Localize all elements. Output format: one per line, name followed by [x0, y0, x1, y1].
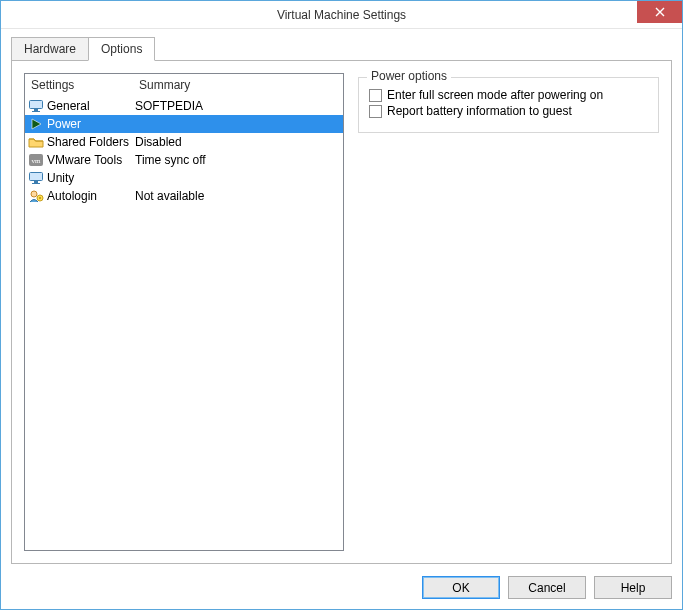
list-header: Settings Summary: [25, 74, 343, 97]
checkbox-label: Report battery information to guest: [387, 104, 572, 118]
settings-list: Settings Summary GeneralSOFTPEDIAPowerSh…: [24, 73, 344, 551]
autologin-icon: [27, 189, 45, 203]
list-row[interactable]: AutologinNot available: [25, 187, 343, 205]
button-label: Help: [621, 581, 646, 595]
row-name: Unity: [45, 171, 135, 185]
list-body: GeneralSOFTPEDIAPowerShared FoldersDisab…: [25, 97, 343, 550]
button-label: Cancel: [528, 581, 565, 595]
help-button[interactable]: Help: [594, 576, 672, 599]
monitor-icon: [27, 99, 45, 113]
svg-rect-0: [30, 101, 43, 109]
monitor-icon: [27, 171, 45, 185]
settings-window: Virtual Machine Settings Hardware Option…: [0, 0, 683, 610]
svg-text:vm: vm: [32, 157, 42, 165]
svg-rect-7: [34, 181, 38, 183]
tab-label: Hardware: [24, 42, 76, 56]
svg-point-9: [31, 191, 37, 197]
vmw-icon: vm: [27, 153, 45, 167]
checkbox-battery[interactable]: Report battery information to guest: [369, 104, 648, 118]
tabstrip: Hardware Options: [11, 37, 672, 61]
cancel-button[interactable]: Cancel: [508, 576, 586, 599]
row-summary: Time sync off: [135, 153, 343, 167]
close-button[interactable]: [637, 1, 682, 23]
window-title: Virtual Machine Settings: [277, 8, 406, 22]
button-label: OK: [452, 581, 469, 595]
row-summary: SOFTPEDIA: [135, 99, 343, 113]
row-name: Autologin: [45, 189, 135, 203]
ok-button[interactable]: OK: [422, 576, 500, 599]
folder-icon: [27, 135, 45, 149]
list-row[interactable]: Shared FoldersDisabled: [25, 133, 343, 151]
group-title: Power options: [367, 69, 451, 83]
row-summary: Disabled: [135, 135, 343, 149]
svg-marker-3: [32, 119, 41, 129]
power-options-group: Power options Enter full screen mode aft…: [358, 77, 659, 133]
header-settings: Settings: [31, 78, 139, 92]
row-summary: Not available: [135, 189, 343, 203]
list-row[interactable]: Power: [25, 115, 343, 133]
checkbox-box-icon: [369, 105, 382, 118]
button-row: OK Cancel Help: [1, 568, 682, 609]
row-name: Power: [45, 117, 135, 131]
svg-rect-11: [39, 197, 41, 199]
svg-rect-2: [32, 111, 40, 112]
svg-rect-1: [34, 109, 38, 111]
list-row[interactable]: GeneralSOFTPEDIA: [25, 97, 343, 115]
tab-label: Options: [101, 42, 142, 56]
checkbox-fullscreen[interactable]: Enter full screen mode after powering on: [369, 88, 648, 102]
play-icon: [27, 117, 45, 131]
svg-rect-8: [32, 183, 40, 184]
row-name: General: [45, 99, 135, 113]
close-icon: [655, 7, 665, 17]
tab-panel: Settings Summary GeneralSOFTPEDIAPowerSh…: [11, 60, 672, 564]
list-row[interactable]: Unity: [25, 169, 343, 187]
svg-rect-6: [30, 173, 43, 181]
row-name: VMware Tools: [45, 153, 135, 167]
header-summary: Summary: [139, 78, 337, 92]
checkbox-box-icon: [369, 89, 382, 102]
titlebar: Virtual Machine Settings: [1, 1, 682, 29]
tab-hardware[interactable]: Hardware: [11, 37, 89, 61]
content-area: Hardware Options Settings Summary Genera…: [1, 29, 682, 568]
checkbox-label: Enter full screen mode after powering on: [387, 88, 603, 102]
list-row[interactable]: vmVMware ToolsTime sync off: [25, 151, 343, 169]
tab-options[interactable]: Options: [88, 37, 155, 61]
row-name: Shared Folders: [45, 135, 135, 149]
right-panel: Power options Enter full screen mode aft…: [358, 73, 659, 551]
